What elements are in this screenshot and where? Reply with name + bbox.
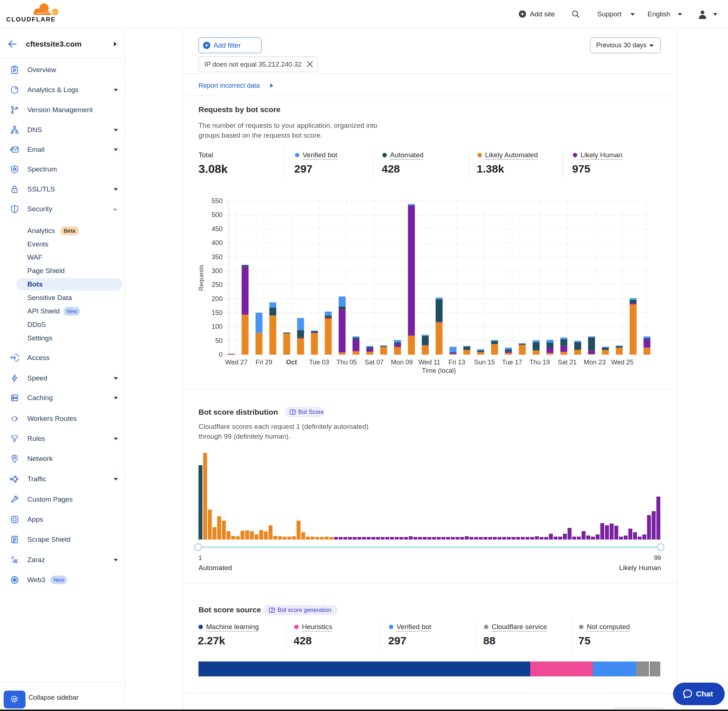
svg-text:Requests: Requests [198,265,205,291]
svg-text:Fri 13: Fri 13 [449,358,465,366]
svg-text:Wed 11: Wed 11 [418,358,440,366]
svg-text:100: 100 [211,323,223,330]
svg-text:300: 300 [211,267,223,274]
svg-text:Sat 21: Sat 21 [558,358,576,366]
svg-text:450: 450 [211,225,223,233]
svg-text:Tue 03: Tue 03 [309,358,329,366]
svg-text:Time (local): Time (local) [422,367,456,374]
svg-text:200: 200 [211,295,223,302]
svg-text:Wed 25: Wed 25 [611,358,633,366]
svg-text:Sun 15: Sun 15 [474,358,495,366]
svg-text:Sat 07: Sat 07 [365,358,384,366]
svg-text:Oct: Oct [286,358,297,366]
svg-text:Thu 05: Thu 05 [337,358,357,366]
svg-text:Mon 23: Mon 23 [584,358,605,366]
svg-text:0: 0 [219,351,223,358]
svg-text:250: 250 [211,281,223,288]
svg-text:400: 400 [211,239,223,246]
svg-text:Tue 17: Tue 17 [502,358,522,366]
svg-text:500: 500 [211,211,223,218]
svg-text:Fri 29: Fri 29 [255,358,272,366]
svg-text:Mon 09: Mon 09 [391,358,413,366]
svg-text:Wed 27: Wed 27 [225,358,248,366]
svg-text:350: 350 [211,254,223,261]
svg-text:50: 50 [215,337,223,344]
svg-text:150: 150 [211,309,223,316]
svg-text:550: 550 [211,197,223,205]
svg-text:Thu 19: Thu 19 [530,358,550,366]
